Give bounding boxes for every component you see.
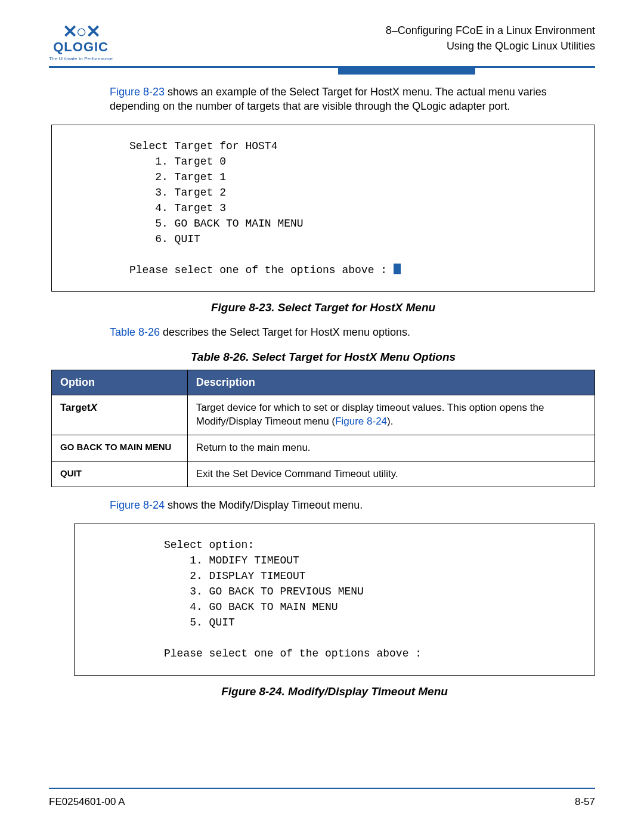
qlogic-logo: ✕○✕ QLOGIC The Ultimate in Performance — [49, 23, 113, 61]
desc-go-back: Return to the main menu. — [187, 435, 595, 461]
fig1-line-0: Select Target for HOST4 — [129, 140, 277, 152]
table-header-row: Option Description — [52, 370, 595, 395]
header-rule — [49, 66, 595, 68]
desc-targetx: Target device for which to set or displa… — [187, 395, 595, 435]
desc-post: ). — [387, 416, 393, 427]
figure-8-24-box: Select option: 1. MODIFY TIMEOUT 2. DISP… — [74, 524, 595, 676]
opt-target-x: X — [91, 402, 97, 413]
footer-page-number: 8-57 — [575, 796, 595, 808]
figure-8-23-link[interactable]: Figure 8-23 — [110, 86, 165, 98]
figure-8-24-link[interactable]: Figure 8-24 — [110, 499, 165, 511]
fig2-line-4: 4. GO BACK TO MAIN MENU — [164, 601, 338, 613]
opt-target-pre: Target — [60, 402, 91, 413]
fig1-line-4: 4. Target 3 — [129, 202, 226, 214]
fig2-line-2: 2. DISPLAY TIMEOUT — [164, 570, 306, 582]
footer-doc-id: FE0254601-00 A — [49, 796, 125, 808]
fig2-line-5: 5. QUIT — [164, 617, 235, 628]
table-row: QUIT Exit the Set Device Command Timeout… — [52, 461, 595, 487]
fig2-line-3: 3. GO BACK TO PREVIOUS MENU — [164, 586, 364, 597]
logo-tagline: The Ultimate in Performance — [49, 56, 113, 61]
table-row: TargetX Target device for which to set o… — [52, 395, 595, 435]
logo-word: QLOGIC — [53, 39, 109, 55]
page-footer: FE0254601-00 A 8-57 — [49, 788, 595, 808]
desc-quit: Exit the Set Device Command Timeout util… — [187, 461, 595, 487]
intro-paragraph-2: Table 8-26 describes the Select Target f… — [110, 325, 595, 339]
opt-go-back: GO BACK TO MAIN MENU — [52, 435, 188, 461]
page-header: ✕○✕ QLOGIC The Ultimate in Performance 8… — [49, 23, 595, 61]
table-8-26: Option Description TargetX Target device… — [51, 370, 595, 488]
figure-8-23-caption: Figure 8-23. Select Target for HostX Men… — [51, 301, 595, 314]
header-line-1: 8–Configuring FCoE in a Linux Environmen… — [386, 23, 595, 38]
fig1-line-1: 1. Target 0 — [129, 156, 226, 168]
fig1-line-8: Please select one of the options above : — [129, 264, 394, 276]
col-option: Option — [52, 370, 188, 395]
fig1-line-3: 3. Target 2 — [129, 187, 226, 199]
figure-8-23-box: Select Target for HOST4 1. Target 0 2. T… — [51, 125, 595, 292]
figure-8-24-caption: Figure 8-24. Modify/Display Timeout Menu — [74, 685, 595, 698]
fig1-line-2: 2. Target 1 — [129, 171, 226, 183]
para1-text: shows an example of the Select Target fo… — [110, 86, 547, 112]
header-line-2: Using the QLogic Linux Utilities — [386, 38, 595, 54]
col-description: Description — [187, 370, 595, 395]
figure-8-24-link-inline[interactable]: Figure 8-24 — [335, 416, 387, 427]
para2-text: describes the Select Target for HostX me… — [160, 326, 410, 338]
intro-paragraph-3: Figure 8-24 shows the Modify/Display Tim… — [110, 498, 595, 512]
cursor-icon — [394, 264, 401, 274]
fig1-line-6: 6. QUIT — [129, 233, 200, 245]
header-text: 8–Configuring FCoE in a Linux Environmen… — [386, 23, 595, 54]
table-8-26-caption: Table 8-26. Select Target for HostX Menu… — [51, 351, 595, 364]
fig2-line-0: Select option: — [164, 539, 254, 551]
table-8-26-link[interactable]: Table 8-26 — [110, 326, 160, 338]
intro-paragraph-1: Figure 8-23 shows an example of the Sele… — [110, 85, 595, 114]
opt-quit: QUIT — [52, 461, 188, 487]
fig2-line-1: 1. MODIFY TIMEOUT — [164, 555, 299, 566]
logo-icon: ✕○✕ — [63, 23, 100, 41]
opt-targetx: TargetX — [52, 395, 188, 435]
table-row: GO BACK TO MAIN MENU Return to the main … — [52, 435, 595, 461]
fig2-line-7: Please select one of the options above : — [164, 648, 422, 659]
para3-text: shows the Modify/Display Timeout menu. — [165, 499, 363, 511]
fig1-line-5: 5. GO BACK TO MAIN MENU — [129, 218, 304, 230]
